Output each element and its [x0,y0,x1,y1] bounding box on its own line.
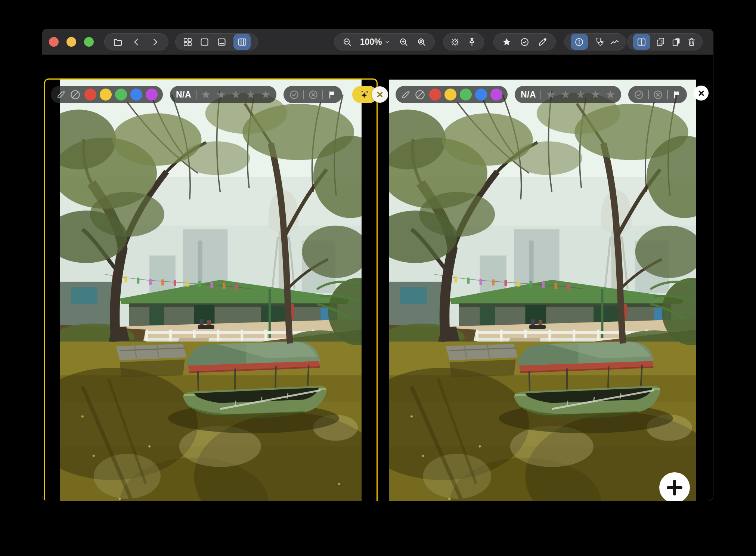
separator [322,90,323,99]
separator [196,90,196,99]
photo-right[interactable] [389,80,696,501]
star-icon[interactable]: ★ [246,89,255,100]
zoom-level-dropdown[interactable]: 100% [360,37,391,47]
nav-group [104,33,168,50]
separator [303,90,304,99]
app-window: 100% [42,29,713,501]
pin-icon[interactable] [467,37,477,47]
close-window-button[interactable] [49,37,59,47]
copy-icon[interactable] [656,37,666,47]
eyedropper-icon[interactable] [537,37,548,47]
star-icon[interactable]: ★ [561,89,570,100]
separator [667,90,668,99]
close-icon [375,90,385,99]
no-color-icon[interactable] [69,89,81,101]
photo-pane-left[interactable]: N/A ★ ★ ★ ★ ★ [44,78,378,501]
view-mode-group [175,33,258,50]
rating-value: N/A [521,90,536,100]
minimize-window-button[interactable] [66,37,76,47]
plus-icon [667,480,682,495]
color-dot-yellow[interactable] [444,89,456,101]
color-dot-yellow[interactable] [100,89,112,101]
diagnostics-icon[interactable] [594,37,604,47]
color-dot-blue[interactable] [475,89,487,101]
zoom-level-value: 100% [360,37,382,47]
eyedropper-icon[interactable] [56,90,66,100]
star-icon[interactable]: ★ [605,89,615,100]
star-icon[interactable]: ★ [201,89,211,100]
accept-icon[interactable] [633,89,644,100]
photo-pane-right[interactable]: N/A ★ ★ ★ ★ ★ [389,80,696,501]
color-dot-green[interactable] [460,89,472,101]
star-icon[interactable]: ★ [576,89,585,100]
dismiss-edit-button[interactable] [372,86,388,103]
star-icon[interactable] [502,37,512,47]
color-dot-red[interactable] [84,89,96,101]
close-icon [697,89,706,98]
rating-pill: N/A ★ ★ ★ ★ ★ [515,86,621,103]
inspect-group [564,33,626,50]
back-chevron-icon[interactable] [131,37,142,47]
add-photo-button[interactable] [659,472,690,501]
flag-icon[interactable] [327,90,337,100]
zoom-in-icon[interactable] [399,37,409,47]
compare-view-icon[interactable] [233,34,251,50]
rating-value: N/A [176,90,191,100]
no-color-icon[interactable] [414,89,426,101]
eyedropper-icon[interactable] [401,90,411,100]
trash-icon[interactable] [687,37,697,47]
star-icon[interactable]: ★ [231,89,241,100]
zoom-group: 100% [334,33,435,50]
grid-view-icon[interactable] [183,37,193,47]
info-icon[interactable] [571,34,588,50]
color-dot-red[interactable] [429,89,441,101]
separator [648,90,649,99]
separator [540,90,541,99]
compare-area: N/A ★ ★ ★ ★ ★ [42,55,713,501]
accept-icon[interactable] [289,89,300,100]
color-dot-purple[interactable] [490,89,502,101]
action-group [627,33,703,50]
photo-image [60,80,362,501]
photo-image [389,80,696,501]
single-view-icon[interactable] [199,37,210,47]
star-icon[interactable]: ★ [546,89,555,100]
dial-icon[interactable] [450,37,460,47]
star-rating: ★ ★ ★ ★ ★ [546,89,615,100]
check-circle-icon[interactable] [520,37,530,47]
compare-columns-icon[interactable] [633,34,650,50]
zoom-window-button[interactable] [84,37,94,47]
close-pane-button[interactable] [694,86,709,101]
flag-icon[interactable] [672,90,682,100]
flag-pill [628,86,687,103]
toolbar: 100% [42,29,713,55]
reject-icon[interactable] [653,89,663,100]
adjust-group [443,33,484,50]
color-label-pill [51,86,163,103]
desktop: 100% [0,0,756,556]
color-dot-blue[interactable] [130,89,142,101]
rate-group [493,33,556,50]
color-dot-green[interactable] [115,89,127,101]
forward-chevron-icon[interactable] [150,37,160,47]
reject-icon[interactable] [308,89,319,100]
zoom-out-icon[interactable] [342,37,352,47]
sparkle-icon [359,89,371,101]
edit-badge [352,86,388,103]
photo-left[interactable] [60,80,362,501]
star-icon[interactable]: ★ [261,89,270,100]
rating-pill: N/A ★ ★ ★ ★ ★ [170,86,276,103]
color-dot-purple[interactable] [146,89,158,101]
histogram-icon[interactable] [610,37,620,47]
star-icon[interactable]: ★ [216,89,226,100]
photo-overlay-toolbar: N/A ★ ★ ★ ★ ★ [396,86,687,103]
traffic-lights [49,37,94,47]
star-rating: ★ ★ ★ ★ ★ [201,89,270,100]
filmstrip-view-icon[interactable] [217,37,227,47]
chevron-down-icon [384,38,391,45]
photo-overlay-toolbar: N/A ★ ★ ★ ★ ★ [51,86,388,103]
paste-icon[interactable] [671,37,681,47]
folder-icon[interactable] [113,37,123,47]
star-icon[interactable]: ★ [591,89,600,100]
zoom-fit-icon[interactable] [416,37,427,47]
